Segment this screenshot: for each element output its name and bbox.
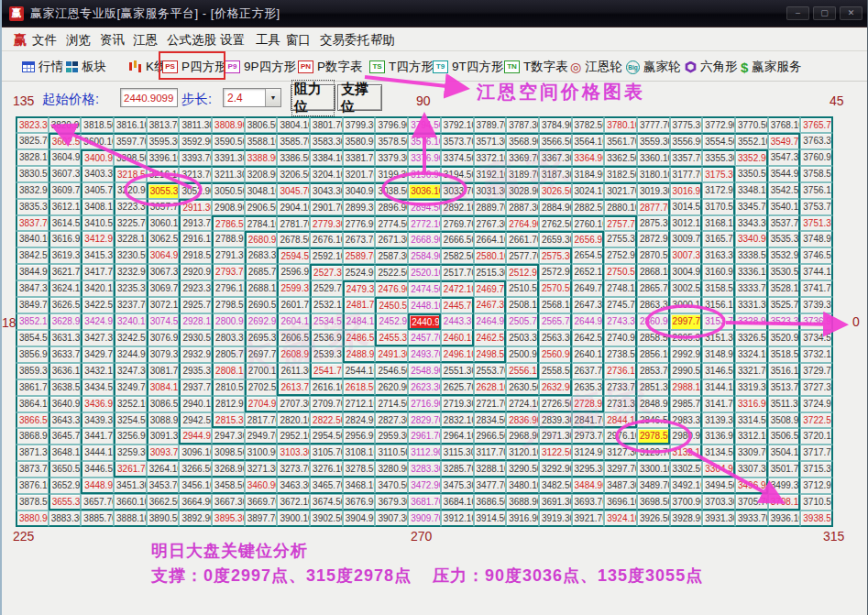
grid-cell: 2872.90: [637, 231, 670, 247]
grid-cell: 2481.70: [343, 297, 376, 313]
toolbar-item-9t-square[interactable]: T99T四方形: [433, 56, 503, 78]
grid-cell: 2896.90: [375, 199, 408, 215]
grid-cell: 3571.30: [474, 133, 507, 149]
grid-cell: 2832.10: [441, 412, 474, 429]
grid-cell: 3441.70: [81, 428, 114, 445]
grid-cell: 3748.90: [800, 231, 833, 247]
grid-cell: 2570.50: [539, 280, 572, 297]
grid-cell: 3554.50: [702, 133, 735, 149]
grid-cell: 3907.30: [375, 511, 408, 527]
grid-cell: 2594.50: [277, 247, 310, 264]
grid-cell: 3871.30: [16, 445, 49, 461]
grid-cell: 2592.10: [310, 247, 343, 264]
grid-cell: 3412.90: [81, 231, 114, 247]
toolbar-item-bankuai[interactable]: 板块: [66, 56, 106, 78]
menu-item-10[interactable]: 帮助: [370, 32, 395, 49]
grid-cell: 2500.90: [506, 346, 539, 363]
grid-cell: 3784.90: [539, 116, 572, 133]
grid-cell: 3028.90: [506, 182, 539, 199]
toolbar-item-gann-wheel[interactable]: ◎江恩轮: [570, 56, 622, 78]
grid-cell: 3686.50: [474, 494, 507, 511]
grid-cell: 2983.30: [670, 412, 703, 429]
menu-item-7[interactable]: 工具: [256, 32, 280, 49]
menu-item-4[interactable]: 江恩: [133, 32, 158, 49]
grid-cell: 3055.30: [147, 182, 180, 199]
grid-cell: 3079.30: [147, 346, 180, 363]
grid-cell: 3513.70: [768, 379, 801, 396]
grid-cell: 3861.70: [16, 379, 49, 396]
grid-cell: 3679.30: [375, 494, 408, 511]
toolbar-item-9p-square[interactable]: P99P四方形: [225, 56, 296, 78]
grid-cell: 2618.50: [343, 379, 376, 396]
t-table-badge-icon: TN: [504, 60, 520, 73]
grid-cell: 3096.10: [179, 445, 212, 461]
9p-square-badge-icon: P9: [225, 60, 240, 73]
menu-item-8[interactable]: 窗口: [286, 32, 311, 49]
grid-cell: 3892.90: [179, 511, 212, 527]
grid-cell: 3775.30: [670, 116, 703, 133]
grid-cell: 3139.30: [702, 412, 735, 429]
grid-cell: 2640.10: [572, 346, 605, 363]
grid-cell: 3355.30: [702, 149, 735, 166]
grid-cell: 3129.70: [637, 445, 670, 461]
grid-cell: 3062.50: [147, 231, 180, 247]
grid-cell: 3182.50: [604, 166, 637, 182]
menu-item-6[interactable]: 设置: [220, 32, 245, 49]
menu-item-1[interactable]: 文件: [32, 32, 57, 49]
close-button[interactable]: ✕: [840, 6, 863, 20]
toolbar-item-service[interactable]: $赢家服务: [741, 56, 801, 78]
toolbar-item-hexagon[interactable]: 六角形: [685, 56, 738, 78]
grid-cell: 2740.90: [604, 330, 637, 346]
grid-cell: 2644.90: [572, 313, 605, 330]
grid-cell: 2918.50: [179, 247, 212, 264]
menu-item-5[interactable]: 公式选股: [167, 32, 216, 49]
grid-cell: 3000.10: [670, 297, 703, 313]
grid-cell: 3420.10: [81, 280, 114, 297]
step-select[interactable]: 2.4 ▼: [223, 88, 281, 107]
grid-cell: 2992.90: [670, 346, 703, 363]
grid-cell: 3489.70: [637, 478, 670, 494]
grid-cell: 3208.90: [245, 166, 278, 182]
support-button[interactable]: 支撑位: [337, 84, 382, 111]
grid-cell: 2944.90: [179, 428, 212, 445]
grid-cell: 3672.10: [277, 494, 310, 511]
resistance-button[interactable]: 阻力位: [291, 84, 335, 111]
grid-cell: 3432.10: [81, 363, 114, 379]
grid-cell: 2988.10: [670, 379, 703, 396]
grid-cell: 2959.30: [375, 428, 408, 445]
grid-cell: 3631.30: [49, 330, 82, 346]
menu-item-2[interactable]: 浏览: [66, 32, 91, 49]
toolbar-item-p-table[interactable]: PNP数字表: [298, 56, 363, 78]
grid-cell: 3050.50: [212, 182, 245, 199]
grid-cell: 3429.70: [81, 346, 114, 363]
toolbar-item-hangqing[interactable]: 行情: [22, 56, 63, 78]
toolbar-item-winner-wheel[interactable]: Big赢家轮: [626, 56, 681, 78]
grid-cell: 3052.90: [179, 182, 212, 199]
chevron-down-icon[interactable]: ▼: [265, 89, 280, 106]
grid-cell: 3026.50: [539, 182, 572, 199]
toolbar-item-t-square[interactable]: TST四方形: [369, 56, 434, 78]
maximize-button[interactable]: ▢: [813, 6, 836, 20]
grid-cell: 2491.30: [375, 346, 408, 363]
grid-cell: 2772.10: [408, 215, 441, 232]
grid-cell: 3141.70: [702, 396, 735, 412]
grid-cell: 3624.10: [49, 280, 82, 297]
grid-cell: 3393.70: [179, 149, 212, 166]
grid-cell: 3038.50: [375, 182, 408, 199]
grid-cell: 3007.30: [670, 247, 703, 264]
minimize-button[interactable]: ‒: [786, 6, 809, 20]
grid-cell: 3014.50: [670, 199, 703, 215]
grid-cell: 3084.10: [147, 379, 180, 396]
grid-cell: 2745.70: [604, 297, 637, 313]
grid-cell: 2964.10: [441, 428, 474, 445]
gann-grid[interactable]: 3823.303820.903818.503816.103813.703811.…: [16, 116, 833, 527]
start-price-input[interactable]: [120, 88, 178, 107]
app-window: 赢 赢家江恩专业版[赢家服务平台] - [价格正方形] ‒ ▢ ✕ 赢 文件浏览…: [0, 0, 868, 615]
menu-item-9[interactable]: 交易委托: [320, 32, 369, 49]
candlestick-icon: [128, 60, 142, 73]
menu-item-3[interactable]: 资讯: [100, 32, 125, 49]
grid-cell: 2935.30: [179, 363, 212, 379]
grid-cell: 3436.90: [81, 396, 114, 412]
toolbar-item-t-table[interactable]: TNT数字表: [504, 56, 568, 78]
grid-cell: 3506.50: [768, 428, 801, 445]
